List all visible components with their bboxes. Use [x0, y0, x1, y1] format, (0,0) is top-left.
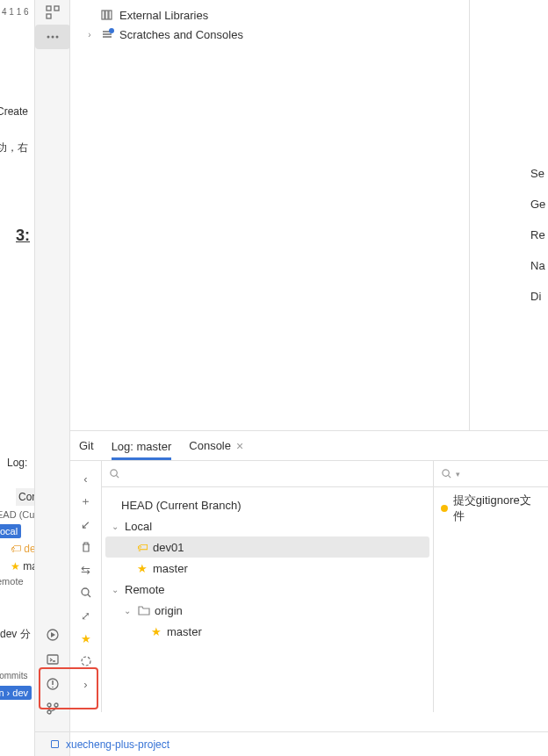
commit-row[interactable]: 提交gitignore文件: [434, 487, 548, 529]
create-text: Create: [0, 105, 28, 118]
commit-message: 提交gitignore文件: [453, 493, 541, 524]
more-icon[interactable]: [35, 25, 70, 49]
tree-item-label: Scratches and Consoles: [119, 28, 243, 41]
left-toolbar: [35, 0, 70, 756]
git-tabs: Git Log: master Console ×: [70, 431, 548, 461]
fragment-na: Na: [530, 259, 548, 272]
commit-dot-icon: [441, 505, 448, 512]
sync-icon[interactable]: [76, 651, 97, 672]
branch-origin[interactable]: ⌄ origin: [105, 600, 429, 621]
fragment-se: Se: [530, 167, 548, 180]
expand-right-icon[interactable]: ›: [76, 673, 97, 695]
tree-item-external-libraries[interactable]: External Libraries: [70, 5, 469, 25]
cn-text-1: 功，右: [0, 140, 28, 155]
favorite-icon[interactable]: ★: [76, 628, 97, 649]
status-bar: xuecheng-plus-project: [35, 731, 548, 756]
fragment-di: Di: [530, 290, 548, 303]
svg-rect-2: [47, 14, 51, 18]
svg-point-9: [47, 703, 51, 707]
tag-icon: 🏷: [135, 541, 149, 554]
search-icon[interactable]: [76, 582, 97, 603]
svg-rect-13: [105, 11, 108, 19]
commit-search[interactable]: ▾: [434, 461, 548, 487]
branch-remote-master[interactable]: ★ master: [105, 621, 429, 642]
git-panel: Git Log: master Console × ‹ ＋ ↙ ⇆ ⤢ ★: [70, 430, 548, 711]
library-icon: [100, 8, 114, 22]
delete-icon[interactable]: [76, 536, 97, 558]
svg-point-11: [54, 703, 58, 707]
project-tree-panel: External Libraries › Scratches and Conso…: [70, 0, 470, 430]
branch-search-input[interactable]: [126, 467, 426, 480]
git-commits-panel: ▾ 提交gitignore文件: [434, 461, 548, 712]
ead-text: EAD (Cu: [0, 509, 34, 520]
close-icon[interactable]: ×: [236, 439, 243, 453]
con-header: Con: [16, 488, 35, 506]
svg-rect-0: [47, 6, 51, 11]
git-branches-panel: HEAD (Current Branch) ⌄ Local 🏷 dev01 ★ …: [102, 461, 434, 712]
checkout-icon[interactable]: ↙: [76, 514, 97, 535]
search-icon: [109, 468, 120, 479]
structure-icon[interactable]: [35, 0, 70, 25]
folder-icon: [137, 604, 151, 616]
chevron-down-icon: ⌄: [109, 522, 121, 531]
chevron-down-icon: ⌄: [121, 606, 133, 616]
problems-icon[interactable]: [35, 672, 70, 696]
svg-rect-14: [109, 11, 112, 19]
project-icon: [51, 740, 59, 748]
svg-rect-7: [47, 655, 58, 664]
tab-git[interactable]: Git: [79, 432, 94, 459]
tab-log[interactable]: Log: master: [112, 433, 172, 460]
dev-branch-text: dev 分: [0, 627, 31, 642]
svg-point-18: [111, 470, 117, 476]
add-icon[interactable]: ＋: [76, 491, 97, 512]
bold-number: 3:: [16, 227, 30, 245]
chevron-down-icon: ⌄: [109, 585, 121, 594]
svg-point-15: [109, 28, 114, 33]
scratches-icon: [100, 27, 114, 41]
fragment-ge: Ge: [530, 198, 548, 211]
tree-item-scratches[interactable]: › Scratches and Consoles: [70, 25, 469, 44]
terminal-icon[interactable]: [35, 647, 70, 672]
compare-icon[interactable]: ⇆: [76, 559, 97, 580]
git-branch-icon[interactable]: [35, 696, 70, 721]
project-name[interactable]: xuecheng-plus-project: [66, 738, 169, 751]
branch-head[interactable]: HEAD (Current Branch): [105, 494, 429, 515]
svg-point-17: [82, 657, 90, 666]
svg-point-10: [47, 710, 51, 714]
branch-list: HEAD (Current Branch) ⌄ Local 🏷 dev01 ★ …: [102, 487, 433, 649]
chevron-right-icon: ›: [84, 30, 95, 40]
branch-group-remote[interactable]: ⌄ Remote: [105, 579, 429, 600]
line-numbers: 4 1 1 6: [2, 7, 29, 17]
branch-search[interactable]: [102, 461, 433, 487]
log-label: Log:: [7, 457, 27, 469]
ma-star: ma: [23, 560, 35, 572]
run-icon[interactable]: [35, 623, 70, 647]
commits-text: Commits: [0, 671, 27, 680]
tree-item-label: External Libraries: [119, 9, 208, 22]
svg-rect-12: [102, 11, 105, 19]
local-badge: ocal: [0, 524, 21, 538]
svg-point-4: [52, 36, 54, 39]
tab-console[interactable]: Console ×: [189, 432, 243, 460]
svg-rect-1: [54, 6, 59, 11]
dropdown-icon[interactable]: ▾: [456, 470, 460, 479]
branch-master[interactable]: ★ master: [105, 558, 429, 579]
expand-icon[interactable]: ⤢: [76, 605, 97, 626]
branch-dev01[interactable]: 🏷 dev01: [105, 536, 429, 558]
right-panel-fragment: Se Ge Re Na Di: [530, 167, 548, 320]
de-tag: de: [24, 543, 35, 555]
branch-group-local[interactable]: ⌄ Local: [105, 515, 429, 536]
svg-point-5: [56, 36, 59, 39]
left-editor-fragment: 4 1 1 6 Create 功，右 3: Log: Con EAD (Cu o…: [0, 0, 35, 756]
in-dev-badge: in › dev: [0, 686, 32, 700]
svg-point-3: [47, 36, 50, 39]
svg-point-19: [443, 470, 449, 476]
svg-point-16: [82, 588, 89, 595]
star-icon: ★: [135, 562, 149, 575]
fragment-re: Re: [530, 228, 548, 241]
search-icon: [441, 468, 452, 479]
emote-text: emote: [0, 576, 24, 587]
git-toolbar: ‹ ＋ ↙ ⇆ ⤢ ★ ›: [70, 461, 102, 712]
collapse-icon[interactable]: ‹: [76, 468, 97, 489]
star-icon: ★: [149, 625, 163, 638]
